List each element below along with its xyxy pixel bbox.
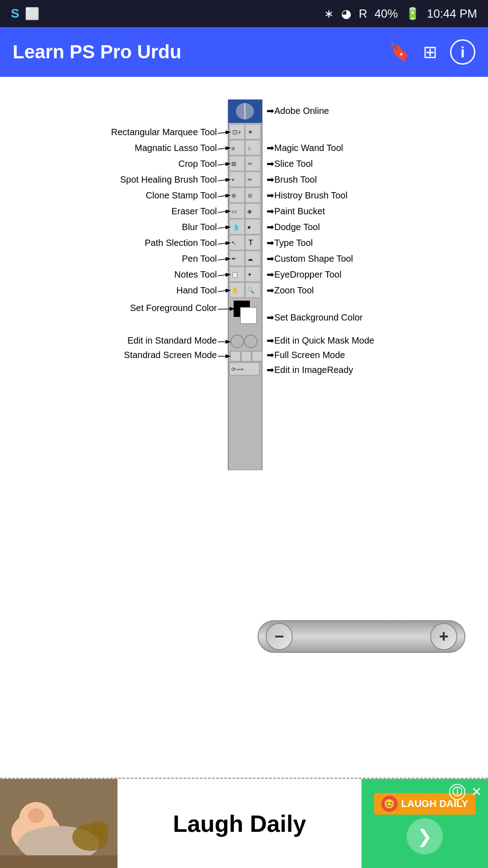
svg-text:Clone Stamp Tool: Clone Stamp Tool: [146, 190, 217, 200]
svg-text:Eraser Tool: Eraser Tool: [171, 206, 217, 216]
svg-text:➡Dodge Tool: ➡Dodge Tool: [267, 222, 320, 232]
svg-text:➡Slice Tool: ➡Slice Tool: [267, 159, 313, 169]
svg-text:Hand Tool: Hand Tool: [176, 285, 217, 295]
svg-text:✒: ✒: [231, 255, 236, 262]
svg-text:✦: ✦: [248, 128, 253, 136]
zoom-minus-button[interactable]: −: [266, 623, 293, 650]
bluetooth-icon: ∗: [324, 7, 334, 21]
battery-level: 40%: [375, 7, 398, 21]
svg-text:◈: ◈: [247, 208, 252, 215]
svg-text:➡Zoon Tool: ➡Zoon Tool: [267, 285, 314, 295]
clock: 10:44 PM: [427, 7, 477, 21]
svg-text:⊘: ⊘: [248, 192, 253, 199]
svg-rect-55: [252, 351, 262, 361]
battery-icon: 🔋: [405, 7, 420, 21]
main-content: ⊡+ ✦ ⌀ ⌂ ⊠ ✂ ⌖ ✏ ⊕ ⊘ ▭: [0, 77, 488, 800]
svg-rect-49: [240, 307, 257, 324]
s-icon: S: [11, 6, 19, 21]
svg-text:➡Set Background Color: ➡Set Background Color: [267, 312, 363, 322]
svg-text:Path Slection Tool: Path Slection Tool: [145, 238, 217, 248]
toolbox-diagram: ⊡+ ✦ ⌀ ⌂ ⊠ ✂ ⌖ ✏ ⊕ ⊘ ▭: [41, 99, 447, 472]
svg-rect-109: [0, 855, 117, 868]
info-icon[interactable]: i: [450, 39, 475, 65]
svg-text:➡Type Tool: ➡Type Tool: [267, 238, 313, 248]
svg-text:✂: ✂: [248, 160, 253, 167]
app-bar: Learn PS Pro Urdu 🔖 ⊞ i: [0, 27, 488, 77]
zoom-slider-area: − +: [258, 620, 465, 653]
svg-text:➡Magic Wand Tool: ➡Magic Wand Tool: [267, 143, 343, 153]
svg-text:➡Full Screen Mode: ➡Full Screen Mode: [267, 350, 345, 360]
svg-text:✋: ✋: [231, 287, 239, 294]
svg-text:💧: 💧: [232, 223, 240, 231]
svg-text:➡Histroy Brush Tool: ➡Histroy Brush Tool: [267, 190, 347, 200]
svg-text:Spot Healing Brush Tool: Spot Healing Brush Tool: [120, 175, 217, 184]
svg-point-108: [90, 821, 108, 837]
ad-banner: Laugh Daily ⓘ ✕ 😊 LAUGH DAILY ❯: [0, 778, 488, 868]
svg-text:▭: ▭: [231, 208, 237, 215]
svg-point-105: [28, 808, 44, 823]
svg-rect-54: [241, 351, 251, 361]
app-bar-actions: 🔖 ⊞ i: [389, 39, 475, 65]
svg-text:✏: ✏: [248, 176, 253, 183]
svg-text:↖: ↖: [231, 240, 236, 246]
wifi-icon: ◕: [341, 7, 352, 21]
svg-text:➡Adobe Online: ➡Adobe Online: [267, 106, 329, 116]
svg-text:➡Edit in Quick Mask Mode: ➡Edit in Quick Mask Mode: [267, 335, 374, 345]
ad-image: [0, 778, 117, 868]
app-title: Learn PS Pro Urdu: [13, 41, 181, 63]
svg-text:➡Brush Tool: ➡Brush Tool: [267, 175, 317, 184]
image-icon: ⬜: [25, 7, 39, 21]
grid-icon[interactable]: ⊞: [423, 42, 437, 62]
svg-text:☁: ☁: [247, 255, 253, 262]
svg-text:Edit in Standard Mode: Edit in Standard Mode: [127, 335, 217, 345]
svg-rect-53: [230, 351, 240, 361]
svg-text:📋: 📋: [231, 271, 239, 278]
svg-text:T: T: [249, 239, 253, 246]
svg-text:⊡+: ⊡+: [232, 128, 241, 136]
empty-space: − +: [0, 486, 488, 666]
status-bar: S ⬜ ∗ ◕ R 40% 🔋 10:44 PM: [0, 0, 488, 27]
status-right: ∗ ◕ R 40% 🔋 10:44 PM: [324, 7, 477, 21]
ad-arrow-button[interactable]: ❯: [407, 818, 443, 854]
status-left: S ⬜: [11, 6, 39, 21]
svg-text:Blur Tool: Blur Tool: [182, 222, 217, 232]
svg-text:🔍: 🔍: [247, 287, 255, 294]
svg-text:➡Edit in ImageReady: ➡Edit in ImageReady: [267, 365, 353, 375]
ad-info-button[interactable]: ⓘ: [449, 784, 465, 800]
svg-text:Crop Tool: Crop Tool: [178, 159, 217, 169]
svg-text:Pen Tool: Pen Tool: [182, 254, 217, 264]
svg-text:Magnatic Lasso Tool: Magnatic Lasso Tool: [135, 143, 217, 153]
svg-text:⊠: ⊠: [231, 160, 236, 167]
svg-text:➡Paint Bucket: ➡Paint Bucket: [267, 206, 325, 216]
svg-text:Set Foreground Color: Set Foreground Color: [130, 303, 217, 313]
ad-text[interactable]: Laugh Daily: [117, 810, 361, 837]
svg-text:Rectangular Marquee Tool: Rectangular Marquee Tool: [111, 127, 217, 137]
signal-icon: R: [359, 7, 367, 21]
ad-cta[interactable]: ⓘ ✕ 😊 LAUGH DAILY ❯: [361, 778, 488, 868]
svg-text:Standrad Screen Mode: Standrad Screen Mode: [124, 350, 217, 360]
svg-text:✦: ✦: [247, 271, 252, 278]
svg-line-81: [218, 309, 234, 309]
svg-text:Notes Tool: Notes Tool: [174, 269, 217, 279]
svg-text:➡Custom Shape Tool: ➡Custom Shape Tool: [267, 254, 353, 264]
svg-text:⌖: ⌖: [231, 176, 235, 183]
svg-text:⊕: ⊕: [231, 192, 236, 199]
svg-text:⌀: ⌀: [231, 145, 235, 151]
zoom-plus-button[interactable]: +: [430, 623, 457, 650]
svg-text:⌂: ⌂: [248, 145, 251, 151]
svg-text:➡EyeDropper Tool: ➡EyeDropper Tool: [267, 269, 342, 279]
svg-text:●: ●: [247, 223, 251, 231]
svg-text:⟳⟹: ⟳⟹: [231, 366, 244, 373]
ad-close-button[interactable]: ✕: [468, 784, 484, 800]
bookmark-icon[interactable]: 🔖: [389, 42, 410, 62]
